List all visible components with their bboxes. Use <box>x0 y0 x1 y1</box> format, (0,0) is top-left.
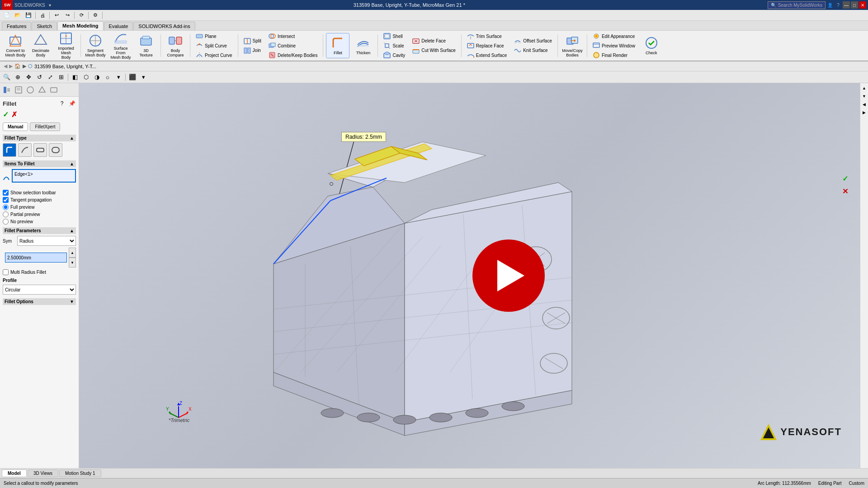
radius-spin-down[interactable]: ▼ <box>69 258 76 267</box>
intersect-button[interactable]: Intersect <box>266 32 320 41</box>
decimate-body-button[interactable]: DecimateBody <box>29 33 52 58</box>
undo-button[interactable]: ↩ <box>52 10 61 20</box>
view-more-icon[interactable]: ▾ <box>113 72 123 82</box>
edit-appearance-button[interactable]: Edit Appearance <box>590 32 638 41</box>
radius-input[interactable] <box>5 253 67 263</box>
redo-button[interactable]: ↪ <box>62 10 72 20</box>
delete-keep-button[interactable]: Delete/Keep Bodies <box>266 51 320 60</box>
view-3d-icon[interactable]: ⬛ <box>127 72 137 82</box>
segment-mesh-button[interactable]: SegmentMesh Body <box>84 33 107 58</box>
scale-button[interactable]: Scale <box>381 41 408 50</box>
fillet-button[interactable]: Fillet <box>326 33 349 58</box>
radius-spin-up[interactable]: ▲ <box>69 248 76 258</box>
nav-forward-icon[interactable]: ▶ <box>9 63 13 69</box>
view-appearance-icon[interactable]: ◑ <box>92 72 102 82</box>
offset-surface-button[interactable]: Offset Surface <box>511 37 555 46</box>
filletxpert-tab[interactable]: FilletXpert <box>30 122 60 131</box>
feature-manager-icon[interactable] <box>2 85 12 95</box>
view-shadows-icon[interactable]: ☼ <box>103 72 113 82</box>
fillet-type-header[interactable]: Fillet Type ▲ <box>3 135 76 141</box>
cavity-button[interactable]: Cavity <box>381 51 408 60</box>
right-panel-btn-2[interactable]: ▼ <box>861 93 868 99</box>
tab-features[interactable]: Features <box>2 22 31 30</box>
fillet-options-header[interactable]: Fillet Options ▼ <box>3 298 76 305</box>
play-button[interactable] <box>472 239 545 312</box>
surface-from-mesh-button[interactable]: SurfaceFromMesh Body <box>109 33 132 58</box>
view-display-mode-icon[interactable]: ◧ <box>70 72 80 82</box>
tab-evaluate[interactable]: Evaluate <box>104 22 133 30</box>
radius-type-select[interactable]: Radius <box>17 236 76 246</box>
right-panel-btn-1[interactable]: ▲ <box>861 85 868 91</box>
view-settings-icon[interactable]: ▾ <box>138 72 148 82</box>
trim-surface-button[interactable]: Trim Surface <box>464 32 509 41</box>
imported-mesh-button[interactable]: Imported MeshBody <box>54 33 78 58</box>
partial-preview-radio[interactable] <box>3 211 9 217</box>
user-icon[interactable]: 👤 <box>826 1 834 9</box>
shell-button[interactable]: Shell <box>381 32 408 41</box>
replace-face-button[interactable]: Replace Face <box>464 41 509 50</box>
final-render-button[interactable]: Final Render <box>590 51 638 60</box>
split-curve-button[interactable]: Split Curve <box>193 41 235 50</box>
new-button[interactable]: 📄 <box>2 10 12 20</box>
viewport[interactable]: Radius: 2.5mm <box>79 83 860 468</box>
tab-mesh-modeling[interactable]: Mesh Modeling <box>57 21 103 30</box>
fillet-type-variable[interactable] <box>18 143 32 157</box>
options-button[interactable]: ⚙ <box>90 10 100 20</box>
cancel-button[interactable]: ✗ <box>11 110 17 119</box>
view-rotate-icon[interactable]: ↺ <box>34 72 44 82</box>
convert-to-mesh-button[interactable]: Convert toMesh Body <box>4 33 27 58</box>
display-manager-icon[interactable] <box>49 85 59 95</box>
rebuild-button[interactable]: ⟳ <box>76 10 86 20</box>
fillet-help-icon[interactable]: ? <box>58 99 66 108</box>
3d-texture-button[interactable]: 3DTexture <box>134 33 158 58</box>
cut-with-surface-button[interactable]: Cut With Surface <box>410 46 458 55</box>
viewport-confirm-button[interactable]: ✓ <box>840 174 850 183</box>
view-pan-icon[interactable]: ✥ <box>24 72 33 82</box>
move-copy-button[interactable]: Move/CopyBodies <box>561 33 584 58</box>
preview-window-button[interactable]: Preview Window <box>590 41 638 50</box>
restore-button[interactable]: □ <box>851 1 858 9</box>
body-compare-button[interactable]: BodyCompare <box>164 33 187 58</box>
model-tab[interactable]: Model <box>2 469 27 477</box>
join-button[interactable]: Join <box>241 46 264 55</box>
open-button[interactable]: 📂 <box>13 10 23 20</box>
thicken-button[interactable]: Thicken <box>351 33 375 58</box>
view-section-icon[interactable]: ⬡ <box>81 72 91 82</box>
search-bar[interactable]: 🔍 Search MySolidWorks <box>768 1 826 9</box>
view-fit-icon[interactable]: ⤢ <box>45 72 55 82</box>
items-to-fillet-box[interactable]: Edge<1> <box>12 169 76 183</box>
check-button[interactable]: Check <box>640 33 663 58</box>
manual-tab[interactable]: Manual <box>3 122 28 131</box>
profile-select[interactable]: Circular <box>3 285 76 295</box>
fillet-type-face[interactable] <box>33 143 47 157</box>
property-manager-icon[interactable] <box>14 85 24 95</box>
show-selection-toolbar-checkbox[interactable] <box>3 190 9 196</box>
project-curve-button[interactable]: Project Curve <box>193 51 235 60</box>
dim-expert-icon[interactable] <box>37 85 47 95</box>
knit-surface-button[interactable]: Knit Surface <box>511 46 555 55</box>
view-zoom-icon[interactable]: ⊕ <box>13 72 23 82</box>
plane-button[interactable]: Plane <box>193 32 235 41</box>
fillet-pin-icon[interactable]: 📌 <box>68 99 76 108</box>
delete-face-button[interactable]: Delete Face <box>410 37 458 46</box>
items-to-fillet-header[interactable]: Items To Fillet ▲ <box>3 160 76 167</box>
extend-surface-button[interactable]: Extend Surface <box>464 51 509 60</box>
tab-sketch[interactable]: Sketch <box>32 22 57 30</box>
minimize-button[interactable]: — <box>843 1 850 9</box>
split-button[interactable]: Split <box>241 37 264 46</box>
config-manager-icon[interactable] <box>25 85 35 95</box>
nav-back-icon[interactable]: ◀ <box>4 63 7 69</box>
save-button[interactable]: 💾 <box>24 10 33 20</box>
multi-radius-checkbox[interactable] <box>3 269 9 275</box>
3d-views-tab[interactable]: 3D Views <box>28 469 58 477</box>
no-preview-radio[interactable] <box>3 219 9 225</box>
tab-addins[interactable]: SOLIDWORKS Add-ins <box>133 22 195 30</box>
combine-button[interactable]: Combine <box>266 41 320 50</box>
right-panel-btn-3[interactable]: ◀ <box>861 101 868 108</box>
tangent-propagation-checkbox[interactable] <box>3 197 9 203</box>
breadcrumb-item[interactable]: 313599 Base, Upright, Y-T... <box>34 64 96 69</box>
fillet-params-header[interactable]: Fillet Parameters ▲ <box>3 227 76 234</box>
help-icon[interactable]: ? <box>835 1 842 9</box>
right-panel-btn-4[interactable]: ▶ <box>861 109 868 116</box>
viewport-cancel-button[interactable]: ✕ <box>840 186 850 196</box>
